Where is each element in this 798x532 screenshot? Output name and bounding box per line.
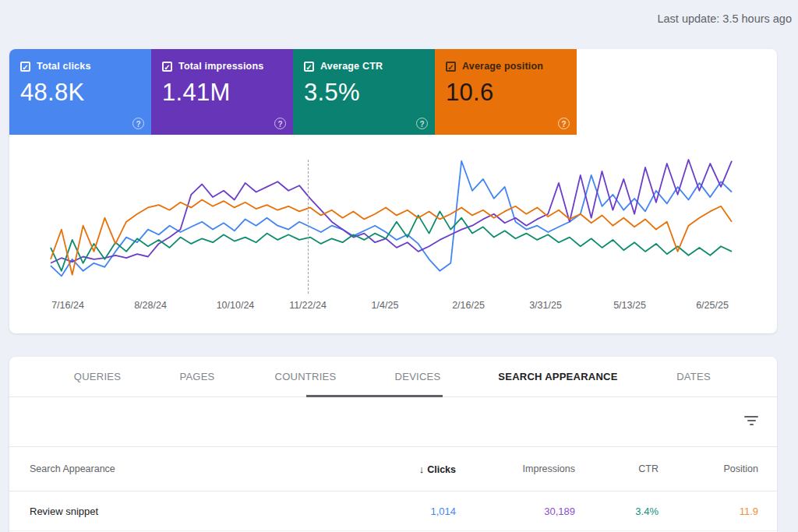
metric-label: Average CTR [320,61,383,72]
row-ctr-value: 3.4% [575,506,659,517]
table-header-row: Search Appearance ↓Clicks Impressions CT… [9,447,777,491]
metric-value: 3.5% [304,79,424,107]
table-toolbar [9,397,777,447]
x-axis-tick-label: 6/25/25 [696,300,729,311]
x-axis-tick-label: 8/28/24 [134,300,167,311]
metric-value: 10.6 [446,79,566,107]
chart-x-axis: 7/16/248/28/2410/10/2411/22/241/4/252/16… [9,300,777,315]
metric-card-average-ctr[interactable]: ✓ Average CTR 3.5% ? [293,49,435,135]
dimension-tabs: QUERIESPAGESCOUNTRIESDEVICESSEARCH APPEA… [9,357,777,397]
metric-cards-row: ✓ Total clicks 48.8K ? ✓ Total impressio… [9,49,577,135]
metric-label: Total impressions [178,61,263,72]
metric-card-total-impressions[interactable]: ✓ Total impressions 1.41M ? [151,49,293,135]
row-impressions-value: 30,189 [456,506,575,517]
help-icon[interactable]: ? [558,118,570,129]
row-clicks-value: 1,014 [378,506,456,517]
performance-line-chart[interactable] [44,157,738,295]
x-axis-tick-label: 3/31/25 [529,300,562,311]
metric-label: Average position [462,61,543,72]
sort-desc-arrow-icon: ↓ [419,463,425,475]
metric-label: Total clicks [37,61,91,72]
checkbox-checked-icon[interactable]: ✓ [446,62,456,72]
checkbox-checked-icon[interactable]: ✓ [304,62,314,72]
chart-line-clicks [51,161,732,277]
column-header-ctr[interactable]: CTR [575,463,659,474]
filter-icon[interactable] [744,416,758,427]
x-axis-tick-label: 7/16/24 [51,300,84,311]
table-row[interactable]: Review snippet 1,014 30,189 3.4% 11.9 [9,491,777,531]
dimensions-panel: QUERIESPAGESCOUNTRIESDEVICESSEARCH APPEA… [9,357,777,532]
help-icon[interactable]: ? [274,118,286,129]
checkbox-checked-icon[interactable]: ✓ [20,62,30,72]
metric-value: 48.8K [20,79,140,107]
tab-search-appearance[interactable]: SEARCH APPEARANCE [498,371,617,382]
help-icon[interactable]: ? [416,118,428,129]
column-header-impressions[interactable]: Impressions [456,463,575,474]
chart-line-ctr [51,211,732,270]
last-update-text: Last update: 3.5 hours ago [657,12,792,25]
tab-dates[interactable]: DATES [676,371,711,382]
x-axis-tick-label: 1/4/25 [372,300,399,311]
column-header-clicks[interactable]: ↓Clicks [378,463,456,475]
tab-countries[interactable]: COUNTRIES [275,371,337,382]
x-axis-tick-label: 11/22/24 [289,300,327,311]
row-dimension-label: Review snippet [30,506,378,517]
metric-card-average-position[interactable]: ✓ Average position 10.6 ? [435,49,577,135]
row-position-value: 11.9 [659,506,758,517]
x-axis-tick-label: 5/13/25 [613,300,646,311]
metric-value: 1.41M [162,79,282,107]
column-header-dimension[interactable]: Search Appearance [30,463,378,474]
performance-panel: ✓ Total clicks 48.8K ? ✓ Total impressio… [9,49,777,333]
chart-line-position [51,200,732,275]
x-axis-tick-label: 10/10/24 [217,300,255,311]
tab-queries[interactable]: QUERIES [74,371,121,382]
chart-canvas [44,157,738,295]
help-icon[interactable]: ? [132,118,144,129]
tab-devices[interactable]: DEVICES [395,371,441,382]
checkbox-checked-icon[interactable]: ✓ [162,62,172,72]
column-header-position[interactable]: Position [659,463,758,474]
metric-card-total-clicks[interactable]: ✓ Total clicks 48.8K ? [9,49,151,135]
x-axis-tick-label: 2/16/25 [452,300,485,311]
tab-pages[interactable]: PAGES [179,371,214,382]
chart-date-marker-dashed-line [308,160,309,294]
